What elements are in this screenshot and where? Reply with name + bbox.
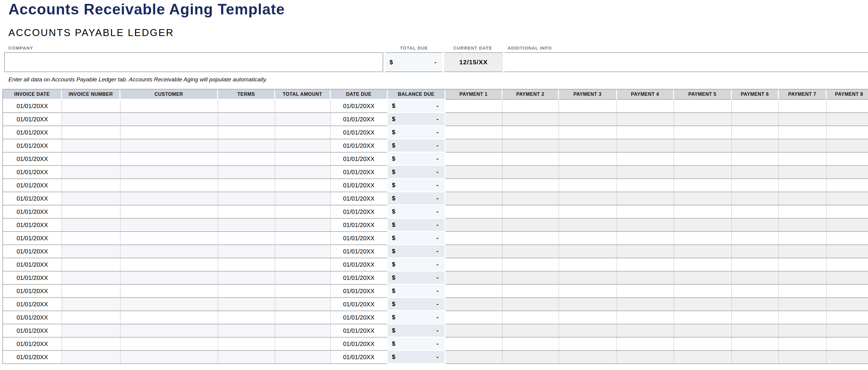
cell-payment-6[interactable] <box>732 166 779 179</box>
cell-payment-7[interactable] <box>779 245 827 258</box>
cell-balance-due[interactable]: $- <box>388 351 445 364</box>
cell-invoice-date[interactable]: 01/01/20XX <box>3 285 62 298</box>
cell-date-due[interactable]: 01/01/20XX <box>331 272 388 285</box>
cell-customer[interactable] <box>120 325 218 338</box>
cell-invoice-number[interactable] <box>62 258 120 272</box>
cell-payment-3[interactable] <box>559 258 617 272</box>
cell-payment-1[interactable] <box>445 100 502 113</box>
cell-payment-4[interactable] <box>617 166 674 179</box>
cell-invoice-date[interactable]: 01/01/20XX <box>3 100 62 113</box>
cell-payment-7[interactable] <box>779 325 827 338</box>
cell-invoice-date[interactable]: 01/01/20XX <box>3 113 62 126</box>
cell-payment-6[interactable] <box>732 311 779 325</box>
cell-terms[interactable] <box>218 338 275 351</box>
cell-payment-2[interactable] <box>502 192 559 206</box>
cell-payment-2[interactable] <box>502 179 559 192</box>
cell-payment-3[interactable] <box>559 179 617 192</box>
cell-date-due[interactable]: 01/01/20XX <box>331 192 388 206</box>
cell-payment-8[interactable] <box>827 113 868 126</box>
cell-payment-7[interactable] <box>779 113 827 126</box>
cell-payment-3[interactable] <box>559 245 617 258</box>
cell-payment-7[interactable] <box>779 258 827 272</box>
cell-payment-6[interactable] <box>732 206 779 219</box>
cell-payment-5[interactable] <box>674 206 732 219</box>
cell-total-amount[interactable] <box>275 311 331 325</box>
cell-payment-1[interactable] <box>445 311 502 325</box>
cell-total-amount[interactable] <box>275 272 331 285</box>
cell-invoice-date[interactable]: 01/01/20XX <box>3 166 62 179</box>
cell-date-due[interactable]: 01/01/20XX <box>331 113 388 126</box>
cell-payment-8[interactable] <box>827 232 868 245</box>
cell-date-due[interactable]: 01/01/20XX <box>331 325 388 338</box>
cell-payment-3[interactable] <box>559 285 617 298</box>
cell-payment-7[interactable] <box>779 285 827 298</box>
cell-payment-2[interactable] <box>502 258 559 272</box>
cell-invoice-number[interactable] <box>62 272 120 285</box>
cell-customer[interactable] <box>120 206 218 219</box>
cell-customer[interactable] <box>120 140 218 153</box>
cell-date-due[interactable]: 01/01/20XX <box>331 179 388 192</box>
cell-customer[interactable] <box>120 272 218 285</box>
cell-payment-7[interactable] <box>779 351 827 364</box>
cell-payment-2[interactable] <box>502 166 559 179</box>
cell-payment-4[interactable] <box>617 153 674 166</box>
cell-date-due[interactable]: 01/01/20XX <box>331 298 388 311</box>
cell-payment-7[interactable] <box>779 153 827 166</box>
cell-payment-6[interactable] <box>732 192 779 206</box>
cell-payment-7[interactable] <box>779 311 827 325</box>
cell-payment-8[interactable] <box>827 100 868 113</box>
cell-total-amount[interactable] <box>275 298 331 311</box>
cell-payment-8[interactable] <box>827 206 868 219</box>
cell-payment-2[interactable] <box>502 245 559 258</box>
total-due-cell[interactable]: $ - <box>385 52 442 72</box>
cell-terms[interactable] <box>218 140 275 153</box>
cell-payment-6[interactable] <box>732 285 779 298</box>
cell-invoice-number[interactable] <box>62 285 120 298</box>
cell-balance-due[interactable]: $- <box>388 219 445 232</box>
cell-total-amount[interactable] <box>275 166 331 179</box>
cell-payment-1[interactable] <box>445 113 502 126</box>
cell-payment-6[interactable] <box>732 219 779 232</box>
cell-payment-7[interactable] <box>779 272 827 285</box>
cell-payment-8[interactable] <box>827 153 868 166</box>
cell-balance-due[interactable]: $- <box>388 311 445 325</box>
cell-date-due[interactable]: 01/01/20XX <box>331 166 388 179</box>
cell-payment-3[interactable] <box>559 113 617 126</box>
cell-payment-6[interactable] <box>732 179 779 192</box>
cell-invoice-date[interactable]: 01/01/20XX <box>3 258 62 272</box>
cell-total-amount[interactable] <box>275 338 331 351</box>
cell-total-amount[interactable] <box>275 153 331 166</box>
cell-payment-5[interactable] <box>674 245 732 258</box>
cell-payment-8[interactable] <box>827 325 868 338</box>
cell-payment-8[interactable] <box>827 126 868 140</box>
cell-date-due[interactable]: 01/01/20XX <box>331 258 388 272</box>
cell-payment-8[interactable] <box>827 298 868 311</box>
cell-payment-4[interactable] <box>617 298 674 311</box>
cell-payment-4[interactable] <box>617 206 674 219</box>
cell-payment-7[interactable] <box>779 100 827 113</box>
cell-terms[interactable] <box>218 192 275 206</box>
cell-total-amount[interactable] <box>275 140 331 153</box>
cell-invoice-number[interactable] <box>62 100 120 113</box>
cell-total-amount[interactable] <box>275 192 331 206</box>
cell-date-due[interactable]: 01/01/20XX <box>331 285 388 298</box>
cell-payment-6[interactable] <box>732 258 779 272</box>
cell-payment-5[interactable] <box>674 258 732 272</box>
cell-balance-due[interactable]: $- <box>388 298 445 311</box>
cell-payment-1[interactable] <box>445 272 502 285</box>
cell-payment-6[interactable] <box>732 338 779 351</box>
cell-balance-due[interactable]: $- <box>388 126 445 140</box>
cell-payment-8[interactable] <box>827 258 868 272</box>
cell-customer[interactable] <box>120 100 218 113</box>
cell-payment-1[interactable] <box>445 219 502 232</box>
cell-payment-2[interactable] <box>502 140 559 153</box>
cell-date-due[interactable]: 01/01/20XX <box>331 311 388 325</box>
cell-terms[interactable] <box>218 311 275 325</box>
cell-payment-4[interactable] <box>617 258 674 272</box>
cell-payment-3[interactable] <box>559 298 617 311</box>
cell-payment-6[interactable] <box>732 140 779 153</box>
cell-payment-3[interactable] <box>559 232 617 245</box>
cell-customer[interactable] <box>120 338 218 351</box>
cell-terms[interactable] <box>218 285 275 298</box>
cell-payment-8[interactable] <box>827 140 868 153</box>
